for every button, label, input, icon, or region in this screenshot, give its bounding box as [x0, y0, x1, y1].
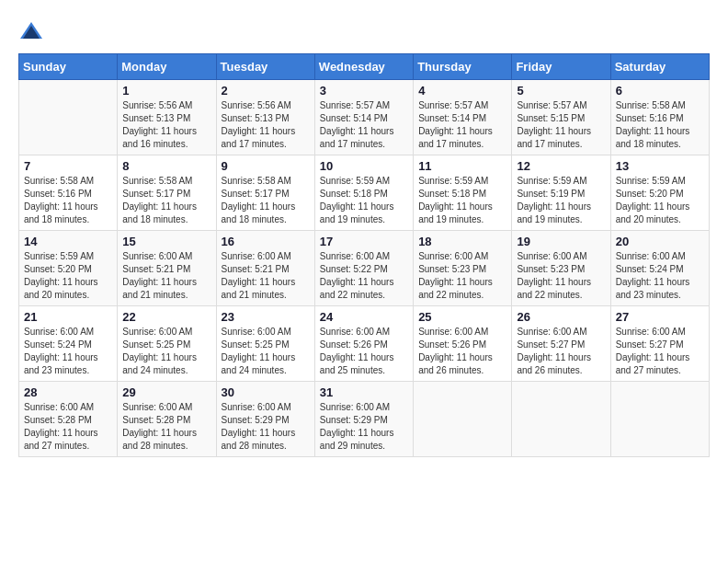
day-info: Sunrise: 6:00 AMSunset: 5:26 PMDaylight:…: [418, 326, 506, 377]
day-number: 17: [320, 235, 408, 248]
logo: [18, 18, 46, 44]
day-number: 31: [320, 385, 408, 399]
calendar-cell: 7Sunrise: 5:58 AMSunset: 5:16 PMDaylight…: [19, 155, 118, 231]
day-number: 20: [616, 235, 704, 248]
calendar-cell: 10Sunrise: 5:59 AMSunset: 5:18 PMDayligh…: [314, 155, 413, 231]
day-number: 6: [616, 84, 704, 98]
calendar-cell: 9Sunrise: 5:58 AMSunset: 5:17 PMDaylight…: [216, 155, 314, 231]
day-info: Sunrise: 5:59 AMSunset: 5:20 PMDaylight:…: [616, 175, 704, 226]
calendar-week-row: 28Sunrise: 6:00 AMSunset: 5:28 PMDayligh…: [19, 382, 710, 457]
day-number: 25: [418, 310, 506, 324]
day-info: Sunrise: 6:00 AMSunset: 5:28 PMDaylight:…: [24, 401, 112, 453]
calendar-cell: 5Sunrise: 5:57 AMSunset: 5:15 PMDaylight…: [512, 80, 610, 155]
day-number: 18: [418, 235, 506, 248]
day-info: Sunrise: 6:00 AMSunset: 5:21 PMDaylight:…: [122, 250, 210, 302]
weekday-header: Friday: [512, 54, 610, 80]
weekday-header: Saturday: [610, 54, 709, 80]
day-info: Sunrise: 6:00 AMSunset: 5:27 PMDaylight:…: [517, 326, 605, 377]
day-info: Sunrise: 6:00 AMSunset: 5:22 PMDaylight:…: [320, 250, 408, 302]
calendar-week-row: 7Sunrise: 5:58 AMSunset: 5:16 PMDaylight…: [19, 155, 710, 231]
day-info: Sunrise: 5:58 AMSunset: 5:16 PMDaylight:…: [616, 99, 704, 151]
day-number: 2: [222, 84, 310, 98]
day-number: 13: [616, 159, 704, 173]
calendar-cell: [512, 382, 610, 457]
day-info: Sunrise: 6:00 AMSunset: 5:29 PMDaylight:…: [320, 401, 408, 453]
day-number: 26: [517, 310, 605, 324]
day-info: Sunrise: 6:00 AMSunset: 5:27 PMDaylight:…: [616, 326, 704, 377]
calendar-cell: 22Sunrise: 6:00 AMSunset: 5:25 PMDayligh…: [118, 306, 216, 382]
calendar-cell: 27Sunrise: 6:00 AMSunset: 5:27 PMDayligh…: [610, 306, 709, 382]
calendar-cell: 17Sunrise: 6:00 AMSunset: 5:22 PMDayligh…: [314, 231, 413, 306]
day-number: 16: [222, 235, 310, 248]
calendar-cell: 15Sunrise: 6:00 AMSunset: 5:21 PMDayligh…: [118, 231, 216, 306]
day-info: Sunrise: 5:56 AMSunset: 5:13 PMDaylight:…: [222, 99, 310, 151]
day-info: Sunrise: 5:59 AMSunset: 5:18 PMDaylight:…: [320, 175, 408, 226]
day-number: 11: [418, 159, 506, 173]
day-number: 24: [320, 310, 408, 324]
day-info: Sunrise: 5:59 AMSunset: 5:20 PMDaylight:…: [24, 250, 112, 302]
calendar-cell: 12Sunrise: 5:59 AMSunset: 5:19 PMDayligh…: [512, 155, 610, 231]
day-info: Sunrise: 6:00 AMSunset: 5:28 PMDaylight:…: [122, 401, 210, 453]
day-number: 4: [418, 84, 506, 98]
calendar-cell: 30Sunrise: 6:00 AMSunset: 5:29 PMDayligh…: [216, 382, 314, 457]
calendar-cell: 20Sunrise: 6:00 AMSunset: 5:24 PMDayligh…: [610, 231, 709, 306]
day-info: Sunrise: 6:00 AMSunset: 5:24 PMDaylight:…: [616, 250, 704, 302]
calendar-cell: 18Sunrise: 6:00 AMSunset: 5:23 PMDayligh…: [414, 231, 512, 306]
calendar-cell: 28Sunrise: 6:00 AMSunset: 5:28 PMDayligh…: [19, 382, 118, 457]
calendar-cell: 8Sunrise: 5:58 AMSunset: 5:17 PMDaylight…: [118, 155, 216, 231]
day-number: 3: [320, 84, 408, 98]
day-number: 21: [24, 310, 112, 324]
calendar-cell: 6Sunrise: 5:58 AMSunset: 5:16 PMDaylight…: [610, 80, 709, 155]
weekday-header: Thursday: [414, 54, 512, 80]
calendar-cell: 14Sunrise: 5:59 AMSunset: 5:20 PMDayligh…: [19, 231, 118, 306]
calendar-week-row: 21Sunrise: 6:00 AMSunset: 5:24 PMDayligh…: [19, 306, 710, 382]
day-info: Sunrise: 5:57 AMSunset: 5:14 PMDaylight:…: [320, 99, 408, 151]
day-number: 10: [320, 159, 408, 173]
calendar-cell: 4Sunrise: 5:57 AMSunset: 5:14 PMDaylight…: [414, 80, 512, 155]
page-header: [18, 18, 710, 44]
calendar-cell: 23Sunrise: 6:00 AMSunset: 5:25 PMDayligh…: [216, 306, 314, 382]
calendar-cell: 25Sunrise: 6:00 AMSunset: 5:26 PMDayligh…: [414, 306, 512, 382]
calendar-cell: 11Sunrise: 5:59 AMSunset: 5:18 PMDayligh…: [414, 155, 512, 231]
calendar-week-row: 1Sunrise: 5:56 AMSunset: 5:13 PMDaylight…: [19, 80, 710, 155]
day-info: Sunrise: 6:00 AMSunset: 5:24 PMDaylight:…: [24, 326, 112, 377]
calendar-cell: 13Sunrise: 5:59 AMSunset: 5:20 PMDayligh…: [610, 155, 709, 231]
calendar-header-row: SundayMondayTuesdayWednesdayThursdayFrid…: [19, 54, 710, 80]
day-info: Sunrise: 5:58 AMSunset: 5:16 PMDaylight:…: [24, 175, 112, 226]
day-info: Sunrise: 5:58 AMSunset: 5:17 PMDaylight:…: [222, 175, 310, 226]
day-number: 23: [222, 310, 310, 324]
calendar-cell: 1Sunrise: 5:56 AMSunset: 5:13 PMDaylight…: [118, 80, 216, 155]
day-number: 5: [517, 84, 605, 98]
day-number: 30: [222, 385, 310, 399]
weekday-header: Monday: [118, 54, 216, 80]
calendar-cell: 16Sunrise: 6:00 AMSunset: 5:21 PMDayligh…: [216, 231, 314, 306]
day-number: 22: [122, 310, 210, 324]
day-number: 1: [122, 84, 210, 98]
weekday-header: Sunday: [19, 54, 118, 80]
day-number: 28: [24, 385, 112, 399]
day-number: 27: [616, 310, 704, 324]
calendar-cell: 24Sunrise: 6:00 AMSunset: 5:26 PMDayligh…: [314, 306, 413, 382]
day-number: 19: [517, 235, 605, 248]
day-info: Sunrise: 6:00 AMSunset: 5:25 PMDaylight:…: [222, 326, 310, 377]
day-number: 7: [24, 159, 112, 173]
calendar-cell: 3Sunrise: 5:57 AMSunset: 5:14 PMDaylight…: [314, 80, 413, 155]
day-number: 8: [122, 159, 210, 173]
calendar-table: SundayMondayTuesdayWednesdayThursdayFrid…: [18, 53, 710, 457]
day-info: Sunrise: 6:00 AMSunset: 5:23 PMDaylight:…: [418, 250, 506, 302]
calendar-cell: [610, 382, 709, 457]
calendar-cell: [19, 80, 118, 155]
day-info: Sunrise: 6:00 AMSunset: 5:23 PMDaylight:…: [517, 250, 605, 302]
day-info: Sunrise: 5:56 AMSunset: 5:13 PMDaylight:…: [122, 99, 210, 151]
day-info: Sunrise: 5:58 AMSunset: 5:17 PMDaylight:…: [122, 175, 210, 226]
logo-icon: [18, 18, 44, 44]
calendar-cell: 29Sunrise: 6:00 AMSunset: 5:28 PMDayligh…: [118, 382, 216, 457]
calendar-cell: [414, 382, 512, 457]
day-number: 14: [24, 235, 112, 248]
weekday-header: Wednesday: [314, 54, 413, 80]
weekday-header: Tuesday: [216, 54, 314, 80]
day-info: Sunrise: 6:00 AMSunset: 5:29 PMDaylight:…: [222, 401, 310, 453]
day-number: 9: [222, 159, 310, 173]
calendar-week-row: 14Sunrise: 5:59 AMSunset: 5:20 PMDayligh…: [19, 231, 710, 306]
day-number: 29: [122, 385, 210, 399]
